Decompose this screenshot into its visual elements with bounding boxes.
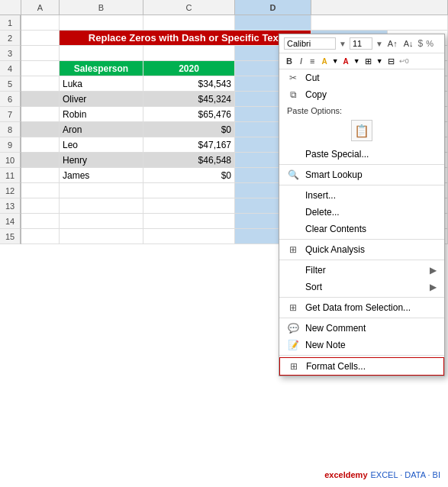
row-num-3: 3 xyxy=(0,46,21,61)
cell-b5[interactable]: Luka xyxy=(60,76,143,92)
cell-a9[interactable] xyxy=(21,137,60,153)
cell-a4[interactable] xyxy=(21,61,60,76)
cell-a5[interactable] xyxy=(21,76,60,92)
delete-item[interactable]: Delete... xyxy=(279,204,444,221)
cell-c11[interactable]: $0 xyxy=(143,168,235,183)
new-comment-item[interactable]: 💬 New Comment xyxy=(279,320,444,337)
smart-lookup-item[interactable]: 🔍 Smart Lookup xyxy=(279,166,444,183)
cell-d1[interactable] xyxy=(235,15,311,31)
cell-a11[interactable] xyxy=(21,168,60,183)
cell-a6[interactable] xyxy=(21,92,60,107)
font-grow-icon[interactable]: A↑ xyxy=(388,39,398,48)
cell-b4[interactable]: Salesperson xyxy=(60,61,143,76)
insert-item[interactable]: Insert... xyxy=(279,187,444,204)
new-note-item[interactable]: 📝 New Note xyxy=(279,337,444,353)
cell-c9[interactable]: $47,167 xyxy=(143,137,235,153)
row-num-8: 8 xyxy=(0,122,21,137)
cell-c10[interactable]: $46,548 xyxy=(143,153,235,168)
sep-3 xyxy=(279,239,444,240)
new-note-label: New Note xyxy=(305,340,437,350)
italic-button[interactable]: I xyxy=(298,56,305,66)
col-header-d: D xyxy=(235,0,311,15)
font-shrink-icon[interactable]: A↓ xyxy=(404,39,414,48)
cell-b1[interactable] xyxy=(60,15,143,31)
font-color-button[interactable]: A xyxy=(342,57,350,66)
font-color-dropdown[interactable]: ▼ xyxy=(353,57,360,65)
paste-special-item[interactable]: Paste Special... xyxy=(279,146,444,163)
cell-b9[interactable]: Leo xyxy=(60,137,143,153)
cell-c4[interactable]: 2020 xyxy=(143,61,235,76)
bold-button[interactable]: B xyxy=(284,56,295,66)
cell-a10[interactable] xyxy=(21,153,60,168)
cell-c3[interactable] xyxy=(143,46,235,61)
row-headers: 1 2 3 4 5 6 7 8 9 10 11 12 13 14 15 xyxy=(0,15,21,244)
sort-arrow: ▶ xyxy=(430,282,437,292)
paste-icon-clipboard[interactable]: 📋 xyxy=(351,120,372,141)
cut-label: Cut xyxy=(305,73,437,83)
cell-c6[interactable]: $45,324 xyxy=(143,92,235,107)
cell-a7[interactable] xyxy=(21,107,60,122)
format-cells-item[interactable]: ⊞ Format Cells... xyxy=(279,357,444,376)
ctx-toolbar-row2: B I ≡ A ▼ A ▼ ⊞ ▼ ⊟ ↩0 xyxy=(279,53,444,69)
sep-1 xyxy=(279,164,444,165)
paste-special-label: Paste Special... xyxy=(305,149,437,160)
row-num-11: 11 xyxy=(0,168,21,183)
sep-4 xyxy=(279,260,444,260)
cell-b10[interactable]: Henry xyxy=(60,153,143,168)
col-header-b: B xyxy=(60,0,143,15)
percent-icon[interactable]: % xyxy=(426,39,433,48)
new-comment-icon: 💬 xyxy=(287,323,299,334)
border-dropdown[interactable]: ▼ xyxy=(376,57,383,65)
filter-item[interactable]: Filter ▶ xyxy=(279,262,444,279)
border-button[interactable]: ⊞ xyxy=(363,56,373,66)
cell-a2[interactable] xyxy=(21,31,60,46)
row-num-12: 12 xyxy=(0,183,21,198)
sep-6 xyxy=(279,318,444,318)
cell-b2-title[interactable]: Replace Zeros with Dash or Specific Text xyxy=(60,31,311,46)
clear-contents-item[interactable]: Clear Contents xyxy=(279,221,444,237)
cell-b6[interactable]: Oliver xyxy=(60,92,143,107)
row-num-6: 6 xyxy=(0,92,21,107)
row-num-15: 15 xyxy=(0,229,21,244)
sort-label: Sort xyxy=(305,282,424,292)
cell-a8[interactable] xyxy=(21,122,60,137)
font-name-input[interactable] xyxy=(284,37,336,50)
merge-button[interactable]: ⊟ xyxy=(386,56,396,66)
cell-a3[interactable] xyxy=(21,46,60,61)
sort-item[interactable]: Sort ▶ xyxy=(279,279,444,295)
row-num-5: 5 xyxy=(0,76,21,92)
cell-b7[interactable]: Robin xyxy=(60,107,143,122)
row-num-1: 1 xyxy=(0,15,21,31)
row-num-10: 10 xyxy=(0,153,21,168)
row-num-7: 7 xyxy=(0,107,21,122)
cell-e1[interactable] xyxy=(311,15,448,31)
new-note-icon: 📝 xyxy=(287,340,299,350)
highlight-button[interactable]: A xyxy=(320,57,328,66)
quick-analysis-item[interactable]: ⊞ Quick Analysis xyxy=(279,241,444,258)
row-num-13: 13 xyxy=(0,198,21,214)
more-icon[interactable]: ↩0 xyxy=(399,57,409,65)
align-button[interactable]: ≡ xyxy=(308,56,317,66)
cell-b11[interactable]: James xyxy=(60,168,143,183)
row-num-2: 2 xyxy=(0,31,21,46)
sep-7 xyxy=(279,355,444,356)
dollar-icon[interactable]: $ xyxy=(418,38,424,49)
font-size-input[interactable] xyxy=(350,37,372,50)
highlight-dropdown[interactable]: ▼ xyxy=(332,57,339,65)
cell-b3[interactable] xyxy=(60,46,143,61)
context-menu: ▼ ▼ A↑ A↓ $ % B I ≡ A ▼ A ▼ ⊞ ▼ ⊟ ↩0 ✂ C… xyxy=(279,34,445,376)
cell-a1[interactable] xyxy=(21,15,60,31)
watermark-domain: EXCEL · DATA · BI xyxy=(371,470,441,479)
format-cells-label: Format Cells... xyxy=(306,361,436,372)
quick-analysis-icon: ⊞ xyxy=(287,244,299,255)
paste-options-header: Paste Options: xyxy=(279,103,444,117)
get-data-item[interactable]: ⊞ Get Data from Selection... xyxy=(279,299,444,316)
copy-label: Copy xyxy=(305,89,437,100)
cut-item[interactable]: ✂ Cut xyxy=(279,69,444,86)
cell-c5[interactable]: $34,543 xyxy=(143,76,235,92)
cell-b8[interactable]: Aron xyxy=(60,122,143,137)
cell-c8[interactable]: $0 xyxy=(143,122,235,137)
cell-c7[interactable]: $65,476 xyxy=(143,107,235,122)
cell-c1[interactable] xyxy=(143,15,235,31)
copy-item[interactable]: ⧉ Copy xyxy=(279,86,444,103)
